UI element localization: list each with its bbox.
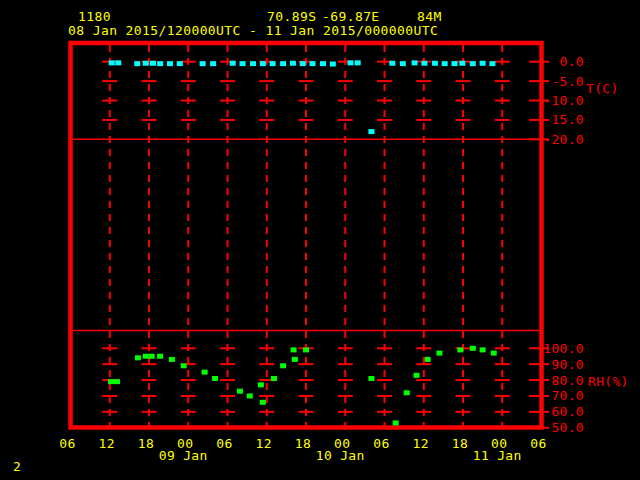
temp-point: [290, 61, 296, 66]
temp-point: [489, 61, 495, 66]
time-tick-label: 06: [59, 436, 75, 451]
rh-point: [457, 347, 463, 352]
rh-point: [491, 351, 497, 356]
rh-point: [368, 376, 374, 381]
temp-point: [150, 61, 156, 66]
ytick-label-temp: 0.0: [560, 54, 584, 69]
date-label: 09 Jan: [159, 448, 208, 463]
temp-point: [451, 61, 457, 66]
rh-point: [280, 363, 286, 368]
temp-point: [400, 61, 406, 66]
rh-point: [108, 379, 114, 384]
temp-point: [347, 60, 353, 65]
rh-point: [247, 393, 253, 398]
time-tick-label: 12: [99, 436, 115, 451]
temp-point: [480, 61, 486, 66]
rh-point: [393, 420, 399, 425]
rh-point: [480, 347, 486, 352]
rh-point: [291, 347, 297, 352]
temp-point: [157, 61, 163, 66]
ytick-label-rh: 90.0: [551, 357, 584, 372]
temp-point: [459, 61, 465, 66]
temp-point: [230, 61, 236, 66]
time-tick-label: 18: [295, 436, 311, 451]
ytick-label-temp: -20.0: [543, 132, 584, 147]
rh-point: [303, 347, 309, 352]
temp-point: [200, 61, 206, 66]
temp-point: [280, 61, 286, 66]
ytick-label-rh: 70.0: [551, 388, 584, 403]
temp-point: [260, 61, 266, 66]
temp-point: [270, 61, 276, 66]
timeseries-plot: 0.0-5.0-10.0-15.0-20.0100.090.080.070.06…: [0, 0, 640, 480]
time-tick-label: 18: [138, 436, 154, 451]
ytick-label-temp: -5.0: [551, 74, 584, 89]
page-indicator: 2: [13, 459, 21, 474]
temp-point: [355, 60, 361, 65]
rh-point: [237, 389, 243, 394]
rh-point: [149, 354, 155, 359]
rh-point: [436, 351, 442, 356]
rh-point: [470, 346, 476, 351]
ytick-label-temp: -15.0: [543, 112, 584, 127]
time-tick-label: 18: [452, 436, 468, 451]
temp-point: [412, 60, 418, 65]
temp-point: [109, 60, 115, 65]
rh-point: [414, 373, 420, 378]
rh-point: [143, 354, 149, 359]
temp-point: [421, 61, 427, 66]
temp-point: [470, 61, 476, 66]
rh-point: [212, 376, 218, 381]
time-tick-label: 06: [373, 436, 389, 451]
time-tick-label: 06: [216, 436, 232, 451]
temp-point: [250, 61, 256, 66]
time-tick-label: 06: [530, 436, 546, 451]
temp-point: [310, 61, 316, 66]
rh-point: [169, 357, 175, 362]
temp-point: [210, 61, 216, 66]
temp-point: [368, 129, 374, 134]
rh-point: [135, 355, 141, 360]
rh-point: [260, 400, 266, 405]
rh-point: [425, 357, 431, 362]
rh-point: [292, 357, 298, 362]
ytick-label-temp: -10.0: [543, 93, 584, 108]
ytick-label-rh: 50.0: [551, 420, 584, 435]
temp-point: [432, 61, 438, 66]
temp-point: [300, 61, 306, 66]
date-label: 11 Jan: [473, 448, 522, 463]
rh-point: [404, 390, 410, 395]
ytick-label-rh: 80.0: [551, 373, 584, 388]
rh-point: [202, 370, 208, 375]
temp-point: [330, 62, 336, 67]
temp-point: [177, 61, 183, 66]
time-tick-label: 12: [256, 436, 272, 451]
date-label: 10 Jan: [316, 448, 365, 463]
temp-point: [134, 61, 140, 66]
rh-axis-title: RH(%): [588, 374, 629, 389]
temp-point: [167, 61, 173, 66]
temp-point: [320, 61, 326, 66]
rh-point: [181, 363, 187, 368]
timeseries-screen: 1180 70.89S -69.87E 84M 08 Jan 2015/1200…: [0, 0, 640, 480]
temp-axis-title: T(C): [586, 81, 619, 96]
temp-point: [389, 61, 395, 66]
rh-point: [271, 376, 277, 381]
rh-point: [258, 382, 264, 387]
temp-point: [240, 61, 246, 66]
rh-point: [114, 379, 120, 384]
ytick-label-rh: 100.0: [543, 341, 584, 356]
ytick-label-rh: 60.0: [551, 404, 584, 419]
temp-point: [442, 61, 448, 66]
time-tick-label: 12: [413, 436, 429, 451]
temp-point: [143, 61, 149, 66]
temp-point: [115, 60, 121, 65]
rh-point: [157, 354, 163, 359]
